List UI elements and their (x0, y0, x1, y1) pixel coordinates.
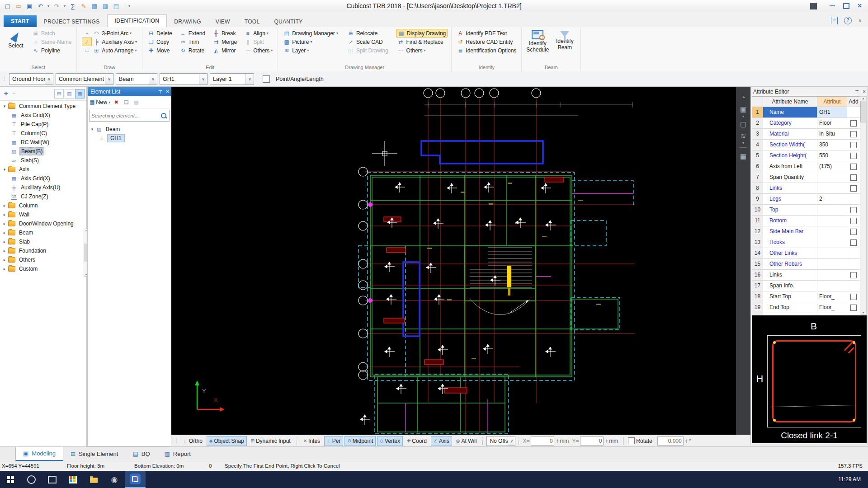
ribbon-tab[interactable]: START (4, 15, 37, 28)
ribbon-tab[interactable]: DRAWING (167, 16, 208, 28)
attribute-value[interactable] (817, 226, 847, 237)
attribute-row[interactable]: 11 Bottom (752, 216, 861, 226)
rotate-checkbox[interactable] (628, 437, 635, 444)
three-point-arc-button[interactable]: ◠ 3-Point Arc ▾ (93, 29, 132, 38)
copy-button[interactable]: ❏Copy (146, 38, 174, 46)
tree-item-axis[interactable]: ▾Axis (0, 165, 86, 174)
edit-others-button[interactable]: ⋯Others▾ (243, 46, 274, 55)
new-element-button[interactable]: ▦ New ▾ (90, 99, 110, 105)
split-button[interactable]: ∥Split (243, 38, 274, 46)
copy-element-icon[interactable]: ❏ (122, 99, 130, 105)
expand-all-icon[interactable]: ✚ (2, 89, 10, 98)
attribute-add-cell[interactable] (847, 161, 860, 172)
attribute-add-cell[interactable] (847, 226, 860, 237)
attribute-add-cell[interactable] (847, 172, 860, 183)
line-tool-icon[interactable]: ∕ (82, 38, 92, 46)
wireframe-cube-icon[interactable]: ▢ (740, 121, 746, 127)
element-item-gh1[interactable]: ☆ GH1 (88, 134, 171, 143)
collapse-ribbon-icon[interactable]: ∧ (858, 18, 862, 23)
snap-toggle[interactable]: ∟ Ortho (180, 436, 205, 446)
help-icon[interactable]: ? (844, 17, 852, 24)
element-group-beam[interactable]: ▾ ▨ Beam (88, 125, 171, 134)
rotate-button[interactable]: ↻Rotate (178, 46, 207, 55)
delete-button[interactable]: ⊟Delete (146, 29, 174, 38)
floor-select[interactable]: Ground Floor ∨ (9, 73, 53, 85)
attribute-row[interactable]: 9 Legs 2 (752, 194, 861, 205)
edit-pencil-icon[interactable]: ✎ (79, 1, 89, 10)
snap-toggle[interactable]: ∠ Axis (431, 436, 452, 446)
close-icon[interactable]: × (166, 89, 169, 95)
attribute-row[interactable]: 17 Span Info. (752, 281, 861, 291)
x-spinner[interactable]: ▲▼ (556, 439, 558, 443)
attribute-row[interactable]: 13 Hooks (752, 237, 861, 248)
attribute-add-cell[interactable] (847, 107, 860, 118)
attribute-value[interactable] (817, 205, 847, 216)
snap-toggle[interactable]: ◎ At Will (453, 436, 480, 446)
polyline-button[interactable]: ∿ Polyline (31, 46, 73, 55)
user-avatar[interactable] (810, 3, 817, 9)
attribute-value[interactable] (817, 259, 847, 270)
workspace-tab[interactable]: ▣ Modeling (15, 447, 63, 461)
workspace-tab[interactable]: ▥ Report (157, 447, 198, 461)
chevron-down-icon[interactable]: ∨ (149, 74, 157, 84)
attribute-value[interactable] (817, 248, 847, 259)
attribute-row[interactable]: 7 Span Quantity (752, 172, 861, 183)
tree-item-slab-group[interactable]: ▸Slab (0, 237, 86, 246)
layers-icon[interactable]: ≋ (741, 132, 746, 139)
point-angle-length-checkbox[interactable] (263, 75, 270, 83)
add-checkbox[interactable] (850, 218, 857, 224)
undo-icon[interactable]: ↶ (35, 1, 45, 10)
tree-item-foundation-group[interactable]: ▸Foundation (0, 246, 86, 255)
tree-item-custom-group[interactable]: ▸Custom (0, 264, 86, 273)
tree-item-door-window-group[interactable]: ▸Door/Window Opening (0, 219, 86, 228)
chevron-down-icon[interactable]: ∨ (105, 74, 113, 84)
tree-item-pile-cap[interactable]: ⊤Pile Cap(P) (0, 120, 86, 129)
attribute-value[interactable]: Floor_ (817, 302, 847, 313)
angle-spinner[interactable]: ▲▼ (685, 439, 688, 443)
attribute-value[interactable]: (175) (817, 161, 847, 172)
trim-button[interactable]: ✂Trim (178, 38, 207, 46)
chevron-down-icon[interactable]: ∨ (45, 74, 53, 84)
redo-caret-icon[interactable]: ▾ (62, 1, 67, 10)
auxiliary-axis-button[interactable]: ╞ Auxiliary Axis ▾ (93, 38, 137, 46)
workspace-tab[interactable]: ▤ BQ (125, 447, 157, 461)
ribbon-tab[interactable]: IDENTIFICATION (107, 14, 167, 28)
attribute-value[interactable] (817, 237, 847, 248)
columns-icon[interactable]: ▥ (100, 1, 110, 10)
task-view-button[interactable] (42, 471, 62, 488)
view-mode-1-button[interactable]: ▤ (54, 89, 64, 99)
y-offset-input[interactable]: 0 (580, 436, 604, 446)
x-offset-input[interactable]: 0 (531, 436, 554, 446)
tree-item-auxiliary-axis[interactable]: ╪Auxiliary Axis(U) (0, 183, 86, 192)
identify-pdf-text-button[interactable]: AIdentify PDF Text (455, 29, 518, 38)
attribute-add-cell[interactable] (847, 118, 860, 129)
attribute-add-cell[interactable] (847, 302, 860, 313)
redo-icon[interactable]: ↷ (52, 1, 61, 10)
add-checkbox[interactable] (850, 305, 857, 311)
attribute-row[interactable]: 3 Material In-Situ (752, 129, 861, 140)
rect-tool-icon[interactable]: ▭ (82, 46, 92, 55)
attribute-add-cell[interactable] (847, 270, 860, 281)
tree-item-rc-wall[interactable]: ▩RC Wall(W) (0, 138, 86, 147)
point-tool-icon[interactable]: + (82, 29, 92, 38)
drawing-library-icon[interactable]: ▤ (111, 1, 121, 10)
scrollbar-thumb[interactable] (860, 101, 866, 122)
attribute-add-cell[interactable] (847, 205, 860, 216)
attribute-value[interactable]: In-Situ (817, 129, 847, 140)
attribute-value[interactable]: Floor_ (817, 291, 847, 302)
identification-options-button[interactable]: ≣Identification Options (455, 46, 518, 55)
select-button[interactable]: Select (4, 29, 28, 55)
add-checkbox[interactable] (850, 272, 857, 278)
attribute-row[interactable]: 16 Links (752, 270, 861, 281)
ribbon-tab[interactable]: VIEW (208, 16, 237, 28)
orbit-icon[interactable]: ◔ (741, 94, 745, 101)
scale-cad-button[interactable]: ↗Scale CAD (346, 38, 390, 46)
attribute-value[interactable] (817, 172, 847, 183)
dm-others-button[interactable]: ⋯Others▾ (396, 46, 448, 55)
identify-beam-button[interactable]: Identify Beam (552, 29, 577, 53)
view-mode-3-button[interactable]: ▦ (75, 89, 85, 99)
attribute-add-cell[interactable] (847, 194, 860, 205)
restore-cad-entity-button[interactable]: ↺Restore CAD Entity (455, 38, 518, 46)
snap-toggle[interactable]: ⊞ Dynamic Input (248, 436, 293, 446)
taskbar-clock[interactable]: 11:29 AM (838, 471, 868, 488)
